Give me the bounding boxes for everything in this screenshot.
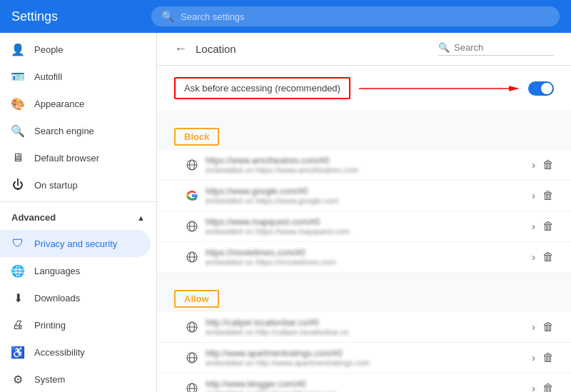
expand-icon[interactable]: › <box>532 251 535 263</box>
main-layout: 👤 People 🪪 Autofill 🎨 Appearance 🔍 Searc… <box>0 33 571 392</box>
table-row: http://www.blogger.com/#0 embedded on ht… <box>157 373 571 392</box>
content-search-bar[interactable]: 🔍 <box>438 42 554 56</box>
topbar: Settings 🔍 <box>0 0 571 33</box>
delete-button[interactable]: 🗑 <box>542 159 554 171</box>
sidebar-item-autofill[interactable]: 🪪 Autofill <box>0 63 151 90</box>
browser-icon: 🖥 <box>11 151 24 164</box>
accessibility-icon: ♿ <box>11 346 24 358</box>
autofill-icon: 🪪 <box>11 70 24 83</box>
globe-icon: 🌐 <box>11 264 24 277</box>
ask-label: Ask before accessing (recommended) <box>174 77 350 99</box>
sidebar-item-downloads[interactable]: ⬇ Downloads <box>0 284 151 311</box>
sidebar-item-appearance[interactable]: 🎨 Appearance <box>0 90 151 117</box>
sidebar-item-privacy-security[interactable]: 🛡 Privacy and security <box>0 230 151 257</box>
content-header-left: ← Location <box>174 41 236 56</box>
expand-icon[interactable]: › <box>532 383 535 392</box>
shield-icon: 🛡 <box>11 237 24 250</box>
sidebar-divider-1 <box>0 201 156 202</box>
table-row: http://caliper.locationbar.co/#0 embedde… <box>157 312 571 343</box>
delete-button[interactable]: 🗑 <box>542 251 554 263</box>
google-icon <box>186 189 198 202</box>
sidebar-item-printing[interactable]: 🖨 Printing <box>0 311 151 338</box>
delete-button[interactable]: 🗑 <box>542 351 554 364</box>
expand-icon[interactable]: › <box>532 352 535 363</box>
startup-icon: ⏻ <box>11 179 24 191</box>
site-text: http://www.blogger.com/#0 embedded on ht… <box>206 379 525 392</box>
table-row: https://movietimes.com/#0 embedded on ht… <box>157 242 571 273</box>
site-text: https://www.amctheatres.com/#0 embedded … <box>206 156 525 174</box>
allow-section: Allow http://caliper.locationbar.co/#0 e… <box>157 278 571 392</box>
toggle-knob <box>541 83 552 94</box>
delete-button[interactable]: 🗑 <box>542 220 554 233</box>
svg-point-18 <box>187 383 197 392</box>
expand-icon[interactable]: › <box>532 321 535 333</box>
back-button[interactable]: ← <box>174 41 187 56</box>
site-text: http://www.apartmentratings.com/#0 embed… <box>206 348 525 367</box>
site-text: https://www.mapquest.com/#0 embedded on … <box>206 217 525 236</box>
table-row: https://www.mapquest.com/#0 embedded on … <box>157 211 571 242</box>
sidebar-item-languages[interactable]: 🌐 Languages <box>0 257 151 284</box>
content-search-input[interactable] <box>454 42 554 53</box>
sidebar-item-people[interactable]: 👤 People <box>0 36 151 63</box>
sidebar-item-search-engine[interactable]: 🔍 Search engine <box>0 117 151 144</box>
svg-marker-1 <box>509 86 520 91</box>
site-globe-icon <box>186 159 198 171</box>
person-icon: 👤 <box>11 43 24 56</box>
download-icon: ⬇ <box>11 291 24 304</box>
content-header: ← Location 🔍 <box>157 33 571 66</box>
block-label: Block <box>174 128 219 146</box>
advanced-chevron: ▲ <box>137 213 145 222</box>
sidebar-item-on-startup[interactable]: ⏻ On startup <box>0 171 151 198</box>
appearance-icon: 🎨 <box>11 97 24 110</box>
search-icon: 🔍 <box>161 10 175 23</box>
allow-label-wrapper: Allow <box>157 278 571 312</box>
ask-toggle[interactable] <box>528 81 554 96</box>
expand-icon[interactable]: › <box>532 190 535 201</box>
topbar-search-bar[interactable]: 🔍 <box>151 6 560 26</box>
search-input[interactable] <box>181 11 550 22</box>
sidebar-item-accessibility[interactable]: ♿ Accessibility <box>0 338 151 366</box>
block-label-wrapper: Block <box>157 116 571 150</box>
content-area: ← Location 🔍 Ask before accessing (recom… <box>157 33 571 392</box>
search-icon-content: 🔍 <box>438 42 450 53</box>
site-globe-icon <box>186 321 198 333</box>
arrow-decoration <box>359 81 520 96</box>
sidebar-item-default-browser[interactable]: 🖥 Default browser <box>0 144 151 171</box>
table-row: https://www.amctheatres.com/#0 embedded … <box>157 150 571 181</box>
sidebar-item-system[interactable]: ⚙ System <box>0 366 151 392</box>
advanced-section-label[interactable]: Advanced ▲ <box>0 205 156 230</box>
delete-button[interactable]: 🗑 <box>542 189 554 202</box>
table-row: https://www.google.com/#0 embedded on ht… <box>157 181 571 211</box>
allow-label: Allow <box>174 290 219 308</box>
svg-point-19 <box>190 383 195 392</box>
page-title: Location <box>196 43 236 55</box>
site-text: https://www.google.com/#0 embedded on ht… <box>206 186 525 205</box>
ask-before-accessing-row: Ask before accessing (recommended) <box>157 66 571 111</box>
block-section: Block https://www.amctheatres.com/#0 emb… <box>157 116 571 273</box>
search-engine-icon: 🔍 <box>11 124 24 137</box>
sidebar: 👤 People 🪪 Autofill 🎨 Appearance 🔍 Searc… <box>0 33 157 392</box>
site-globe-icon <box>186 220 198 233</box>
print-icon: 🖨 <box>11 318 24 331</box>
site-text: http://caliper.locationbar.co/#0 embedde… <box>206 318 525 336</box>
table-row: http://www.apartmentratings.com/#0 embed… <box>157 343 571 373</box>
system-icon: ⚙ <box>11 373 24 386</box>
expand-icon[interactable]: › <box>532 159 535 171</box>
site-globe-icon <box>186 251 198 263</box>
expand-icon[interactable]: › <box>532 221 535 232</box>
site-text: https://movietimes.com/#0 embedded on ht… <box>206 248 525 266</box>
delete-button[interactable]: 🗑 <box>542 382 554 392</box>
site-globe-icon <box>186 382 198 392</box>
site-globe-icon <box>186 351 198 364</box>
app-title: Settings <box>11 9 140 24</box>
delete-button[interactable]: 🗑 <box>542 321 554 333</box>
